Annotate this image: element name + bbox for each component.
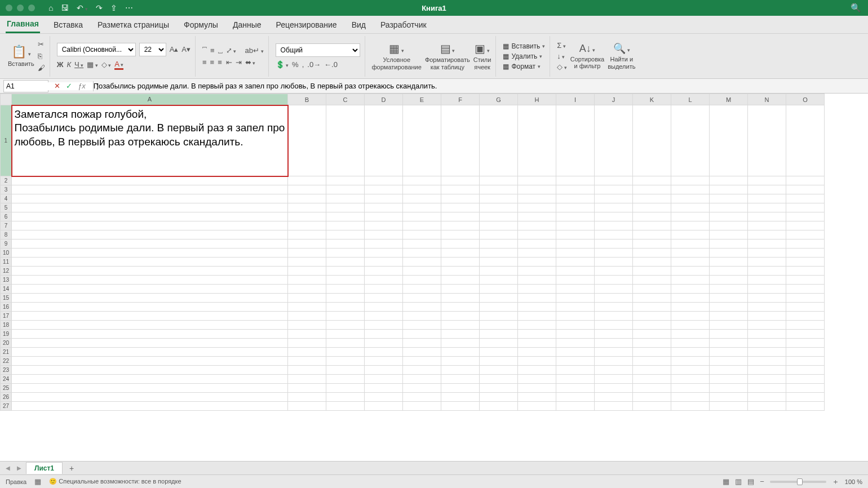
cell[interactable] xyxy=(748,339,786,348)
cell[interactable] xyxy=(326,230,365,239)
cell-styles-icon[interactable]: ▣ xyxy=(475,42,490,55)
cell[interactable] xyxy=(710,276,748,285)
cell[interactable] xyxy=(403,321,441,330)
cell[interactable] xyxy=(480,212,518,221)
cell[interactable] xyxy=(748,258,786,267)
cell[interactable] xyxy=(671,393,710,402)
cell[interactable] xyxy=(288,212,326,221)
view-page-layout-icon[interactable]: ▥ xyxy=(735,477,742,486)
comma-icon[interactable]: , xyxy=(302,60,304,69)
cell[interactable] xyxy=(480,402,518,411)
row-header[interactable]: 9 xyxy=(1,239,12,249)
cell[interactable] xyxy=(710,393,748,402)
cell[interactable] xyxy=(288,348,326,357)
cell[interactable] xyxy=(365,239,403,249)
row-header[interactable]: 6 xyxy=(1,212,12,221)
cell[interactable] xyxy=(595,357,633,366)
column-header[interactable]: I xyxy=(556,94,595,105)
column-header[interactable]: M xyxy=(710,94,748,105)
cell[interactable] xyxy=(326,366,365,375)
align-center-icon[interactable]: ≡ xyxy=(210,58,215,66)
cell[interactable] xyxy=(288,312,326,321)
cell[interactable] xyxy=(556,203,595,212)
cell[interactable] xyxy=(786,258,825,267)
column-header[interactable]: O xyxy=(786,94,825,105)
cell[interactable] xyxy=(365,267,403,276)
cell[interactable] xyxy=(365,203,403,212)
cell[interactable] xyxy=(556,339,595,348)
cell[interactable] xyxy=(633,249,671,258)
cell[interactable] xyxy=(671,330,710,339)
cell[interactable] xyxy=(595,185,633,194)
row-header[interactable]: 5 xyxy=(1,203,12,212)
cell[interactable] xyxy=(595,339,633,348)
share-icon[interactable]: ⇪ xyxy=(110,3,117,12)
cell[interactable] xyxy=(365,366,403,375)
cell[interactable] xyxy=(595,375,633,384)
cell[interactable] xyxy=(441,176,480,185)
cell[interactable] xyxy=(480,321,518,330)
cell[interactable] xyxy=(480,366,518,375)
cell[interactable] xyxy=(633,303,671,312)
cell[interactable] xyxy=(633,375,671,384)
row-header[interactable]: 1 xyxy=(1,105,12,176)
home-icon[interactable]: ⌂ xyxy=(48,3,53,12)
cell[interactable] xyxy=(710,230,748,239)
cell[interactable] xyxy=(710,312,748,321)
cell[interactable] xyxy=(786,185,825,194)
cell[interactable] xyxy=(633,230,671,239)
cell[interactable] xyxy=(441,267,480,276)
cell[interactable] xyxy=(326,357,365,366)
cell[interactable] xyxy=(556,294,595,303)
cell[interactable] xyxy=(288,176,326,185)
cell[interactable] xyxy=(403,357,441,366)
cell[interactable] xyxy=(326,267,365,276)
cell[interactable] xyxy=(480,312,518,321)
row-header[interactable]: 17 xyxy=(1,312,12,321)
column-header[interactable]: E xyxy=(403,94,441,105)
find-select-icon[interactable]: 🔍 xyxy=(613,42,630,55)
cell[interactable] xyxy=(480,348,518,357)
align-middle-icon[interactable]: ≡ xyxy=(210,46,215,55)
cell[interactable] xyxy=(710,105,748,176)
cell[interactable] xyxy=(748,221,786,230)
cell[interactable] xyxy=(710,249,748,258)
cell[interactable] xyxy=(595,321,633,330)
cell[interactable] xyxy=(633,348,671,357)
cell[interactable] xyxy=(633,312,671,321)
view-page-break-icon[interactable]: ▤ xyxy=(747,477,754,486)
cell[interactable] xyxy=(518,176,556,185)
cell[interactable] xyxy=(671,366,710,375)
cell[interactable] xyxy=(786,402,825,411)
cell[interactable] xyxy=(748,194,786,203)
bold-icon[interactable]: Ж xyxy=(57,60,64,69)
cell[interactable] xyxy=(710,294,748,303)
cell[interactable] xyxy=(518,221,556,230)
cell[interactable] xyxy=(480,185,518,194)
cell[interactable] xyxy=(288,194,326,203)
cell[interactable] xyxy=(518,294,556,303)
cell[interactable] xyxy=(403,285,441,294)
cell[interactable] xyxy=(748,285,786,294)
cell[interactable] xyxy=(671,258,710,267)
cell[interactable] xyxy=(288,375,326,384)
percent-icon[interactable]: % xyxy=(292,60,299,69)
cell[interactable] xyxy=(326,330,365,339)
cell[interactable] xyxy=(671,239,710,249)
cell[interactable] xyxy=(12,285,288,294)
cell[interactable] xyxy=(288,321,326,330)
italic-icon[interactable]: К xyxy=(67,60,71,69)
cell[interactable] xyxy=(288,276,326,285)
align-left-icon[interactable]: ≡ xyxy=(202,58,207,66)
cell[interactable] xyxy=(671,348,710,357)
cell[interactable] xyxy=(12,230,288,239)
increase-indent-icon[interactable]: ⇥ xyxy=(236,58,242,66)
cell[interactable] xyxy=(518,267,556,276)
cell[interactable] xyxy=(710,357,748,366)
cell[interactable] xyxy=(403,176,441,185)
cell[interactable] xyxy=(441,402,480,411)
cell[interactable] xyxy=(288,285,326,294)
cell[interactable] xyxy=(480,393,518,402)
cell[interactable] xyxy=(441,105,480,176)
cell[interactable] xyxy=(288,230,326,239)
